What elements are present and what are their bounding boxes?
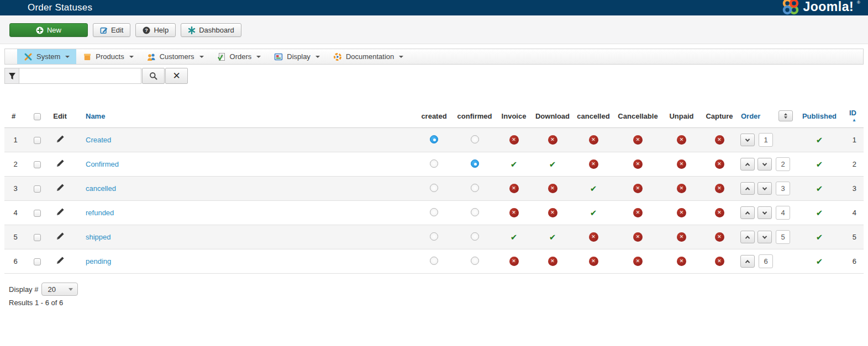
confirmed-radio[interactable]	[471, 257, 479, 265]
display-count-select[interactable]: 20	[41, 283, 78, 296]
pencil-icon[interactable]	[56, 256, 65, 265]
pencil-icon[interactable]	[56, 183, 65, 192]
cancellable-deny-icon[interactable]: ✕	[633, 135, 643, 145]
confirmed-radio[interactable]	[471, 232, 479, 241]
menu-item-documentation[interactable]: Documentation	[327, 49, 410, 64]
select-all-checkbox[interactable]	[34, 113, 41, 120]
created-radio[interactable]	[430, 232, 438, 241]
capture-deny-icon[interactable]: ✕	[715, 208, 724, 217]
cancelled-deny-icon[interactable]: ✕	[589, 232, 598, 242]
sort-by-id-link[interactable]: ID	[849, 109, 856, 117]
capture-deny-icon[interactable]: ✕	[715, 184, 724, 193]
pencil-icon[interactable]	[56, 135, 65, 143]
cancellable-deny-icon[interactable]: ✕	[633, 184, 643, 193]
order-input[interactable]	[776, 157, 790, 171]
created-radio[interactable]	[430, 257, 438, 265]
new-button[interactable]: New	[9, 23, 88, 37]
dashboard-button[interactable]: Dashboard	[181, 23, 241, 37]
pencil-icon[interactable]	[56, 159, 65, 168]
cancelled-deny-icon[interactable]: ✕	[589, 135, 598, 145]
menu-item-display[interactable]: Display	[267, 49, 327, 64]
order-down-button[interactable]	[757, 158, 772, 171]
published-icon[interactable]: ✔	[816, 184, 823, 193]
invoice-deny-icon[interactable]: ✕	[509, 208, 519, 217]
order-up-button[interactable]	[740, 206, 755, 219]
capture-deny-icon[interactable]: ✕	[715, 232, 724, 242]
download-deny-icon[interactable]: ✕	[548, 184, 557, 193]
order-up-button[interactable]	[740, 158, 755, 171]
created-radio[interactable]	[430, 159, 438, 168]
edit-button[interactable]: Edit	[93, 23, 130, 37]
menu-item-system[interactable]: System	[17, 49, 76, 64]
invoice-allow-icon[interactable]: ✔	[511, 232, 518, 242]
order-up-button[interactable]	[740, 231, 755, 243]
status-name-link[interactable]: pending	[86, 257, 111, 265]
search-input[interactable]	[19, 68, 141, 84]
menu-item-orders[interactable]: Orders	[211, 49, 268, 64]
save-order-button[interactable]	[778, 110, 793, 121]
unpaid-deny-icon[interactable]: ✕	[677, 208, 686, 217]
unpaid-deny-icon[interactable]: ✕	[677, 135, 686, 145]
order-input[interactable]	[759, 254, 773, 268]
published-icon[interactable]: ✔	[816, 232, 823, 242]
menu-item-products[interactable]: Products	[76, 49, 140, 64]
cancelled-allow-icon[interactable]: ✔	[590, 184, 597, 193]
created-radio[interactable]	[430, 184, 438, 192]
order-input[interactable]	[776, 206, 790, 220]
row-checkbox[interactable]	[34, 234, 41, 241]
status-name-link[interactable]: cancelled	[86, 184, 116, 193]
status-name-link[interactable]: Confirmed	[86, 160, 119, 168]
download-deny-icon[interactable]: ✕	[548, 208, 557, 217]
download-deny-icon[interactable]: ✕	[548, 257, 557, 266]
confirmed-radio[interactable]	[471, 135, 479, 143]
pencil-icon[interactable]	[56, 232, 65, 241]
search-button[interactable]	[142, 68, 165, 84]
capture-deny-icon[interactable]: ✕	[715, 257, 724, 266]
download-allow-icon[interactable]: ✔	[549, 232, 556, 242]
filter-funnel-button[interactable]	[4, 68, 19, 84]
order-up-button[interactable]	[740, 255, 755, 268]
status-name-link[interactable]: refunded	[86, 209, 114, 217]
unpaid-deny-icon[interactable]: ✕	[677, 159, 686, 169]
created-radio[interactable]	[430, 135, 438, 143]
invoice-deny-icon[interactable]: ✕	[509, 257, 519, 266]
unpaid-deny-icon[interactable]: ✕	[677, 184, 686, 193]
clear-search-button[interactable]: ✕	[165, 68, 188, 84]
cancellable-deny-icon[interactable]: ✕	[633, 257, 643, 266]
published-icon[interactable]: ✔	[816, 257, 823, 266]
created-radio[interactable]	[430, 208, 438, 216]
cancellable-deny-icon[interactable]: ✕	[633, 159, 643, 169]
order-down-button[interactable]	[757, 182, 772, 195]
published-icon[interactable]: ✔	[816, 159, 823, 169]
row-checkbox[interactable]	[34, 258, 41, 265]
cancelled-deny-icon[interactable]: ✕	[589, 159, 598, 169]
confirmed-radio[interactable]	[471, 184, 479, 192]
download-deny-icon[interactable]: ✕	[548, 135, 557, 145]
order-down-button[interactable]	[757, 231, 772, 243]
unpaid-deny-icon[interactable]: ✕	[677, 257, 686, 266]
cancelled-deny-icon[interactable]: ✕	[589, 257, 598, 266]
order-up-button[interactable]	[740, 182, 755, 195]
download-allow-icon[interactable]: ✔	[549, 159, 556, 169]
invoice-deny-icon[interactable]: ✕	[509, 135, 519, 145]
order-down-button[interactable]	[757, 206, 772, 219]
published-icon[interactable]: ✔	[816, 208, 823, 217]
cancellable-deny-icon[interactable]: ✕	[633, 208, 643, 217]
row-checkbox[interactable]	[34, 161, 41, 168]
row-checkbox[interactable]	[34, 137, 41, 144]
unpaid-deny-icon[interactable]: ✕	[677, 232, 686, 242]
published-icon[interactable]: ✔	[816, 135, 823, 145]
capture-deny-icon[interactable]: ✕	[715, 135, 724, 145]
order-down-button[interactable]	[740, 134, 755, 146]
row-checkbox[interactable]	[34, 185, 41, 193]
status-name-link[interactable]: Created	[86, 136, 111, 144]
cancelled-allow-icon[interactable]: ✔	[590, 208, 597, 217]
order-input[interactable]	[776, 182, 790, 195]
cancellable-deny-icon[interactable]: ✕	[633, 232, 643, 242]
order-input[interactable]	[776, 230, 790, 244]
row-checkbox[interactable]	[34, 210, 41, 217]
invoice-deny-icon[interactable]: ✕	[509, 184, 519, 193]
sort-by-name-link[interactable]: Name	[86, 112, 105, 120]
order-input[interactable]	[759, 133, 773, 147]
sort-by-order-link[interactable]: Order	[741, 112, 760, 120]
